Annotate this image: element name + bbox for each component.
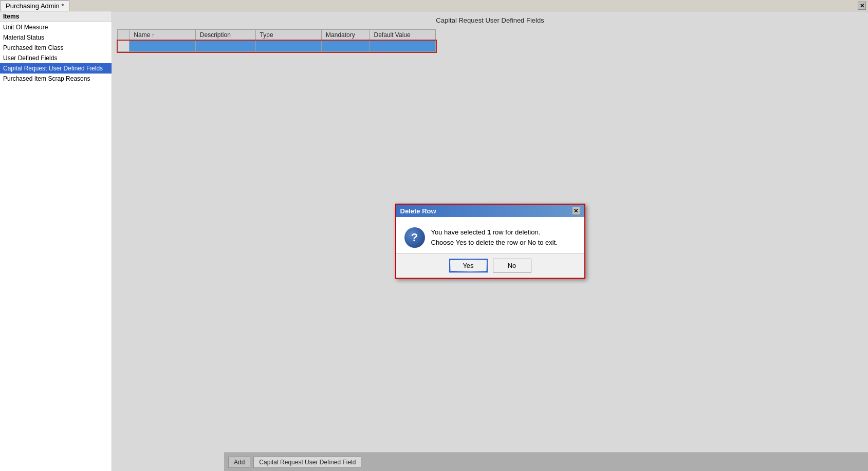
sidebar-item-purchased-item-class[interactable]: Purchased Item Class: [0, 43, 112, 53]
sidebar-header: Items: [0, 11, 112, 22]
sidebar-item-purchased-item-scrap-reasons[interactable]: Purchased Item Scrap Reasons: [0, 74, 112, 84]
tab-bar: Purchasing Admin * ✕: [0, 0, 868, 11]
dialog-overlay: Delete Row ✕ ? You have selected 1 row f…: [112, 11, 868, 471]
dialog-message-part2: row for deletion.: [491, 228, 540, 236]
no-button[interactable]: No: [493, 259, 531, 273]
dialog-close-button[interactable]: ✕: [572, 207, 580, 215]
sidebar: Items Unit Of Measure Material Status Pu…: [0, 11, 112, 471]
app-close-button[interactable]: ✕: [858, 2, 866, 10]
sidebar-item-capital-request-user-defined-fields[interactable]: Capital Request User Defined Fields: [0, 63, 112, 74]
dialog-body: ? You have selected 1 row for deletion. …: [396, 217, 584, 253]
question-icon: ?: [404, 227, 425, 248]
tab-label: Purchasing Admin *: [6, 2, 64, 10]
purchasing-admin-tab[interactable]: Purchasing Admin *: [0, 1, 69, 11]
yes-button[interactable]: Yes: [449, 259, 488, 273]
dialog-title: Delete Row: [400, 207, 436, 215]
content-area: Capital Request User Defined Fields Name…: [112, 11, 868, 471]
sidebar-item-unit-of-measure[interactable]: Unit Of Measure: [0, 22, 112, 32]
delete-row-dialog: Delete Row ✕ ? You have selected 1 row f…: [395, 204, 585, 279]
dialog-footer: Yes No: [396, 253, 584, 278]
dialog-message: You have selected 1 row for deletion. Ch…: [431, 227, 558, 247]
sidebar-item-material-status[interactable]: Material Status: [0, 32, 112, 43]
dialog-message-line2: Choose Yes to delete the row or No to ex…: [431, 239, 558, 246]
dialog-message-part1: You have selected: [431, 228, 487, 236]
dialog-titlebar: Delete Row ✕: [396, 205, 584, 217]
main-layout: Items Unit Of Measure Material Status Pu…: [0, 11, 868, 471]
sidebar-item-user-defined-fields[interactable]: User Defined Fields: [0, 53, 112, 63]
